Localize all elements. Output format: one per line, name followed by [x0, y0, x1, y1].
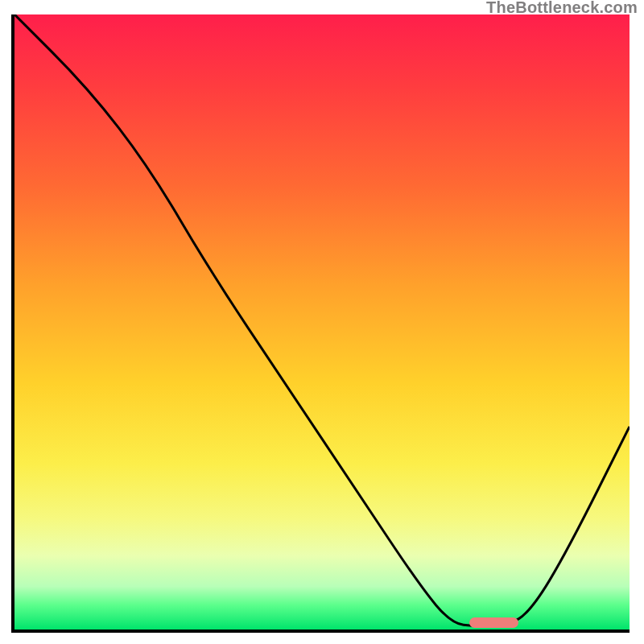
- curve-svg: [14, 14, 630, 630]
- bottleneck-chart: TheBottleneck.com: [0, 0, 644, 644]
- bottleneck-curve-path: [14, 14, 630, 626]
- optimal-range-marker: [469, 617, 518, 628]
- x-axis: [14, 630, 630, 633]
- y-axis: [11, 14, 14, 633]
